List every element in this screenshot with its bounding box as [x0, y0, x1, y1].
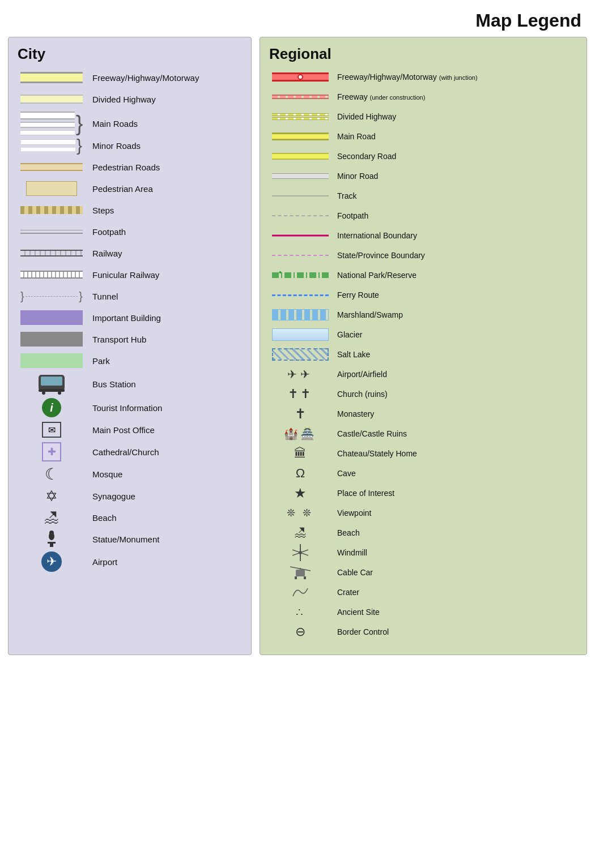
footpath-city-label: Footpath	[86, 227, 126, 237]
reg-monastery-label: Monastery	[332, 409, 577, 418]
list-item: } Minor Roads	[18, 136, 242, 155]
statue-label: Statue/Monument	[86, 535, 159, 544]
list-item: Transport Hub	[18, 330, 242, 348]
svg-rect-5	[50, 543, 53, 547]
main-roads-label: Main Roads	[86, 119, 138, 129]
reg-border-label: Border Control	[332, 627, 577, 636]
reg-crater-symbol	[269, 586, 332, 598]
list-item: } { Tunnel	[18, 287, 242, 305]
post-office-label: Main Post Office	[86, 425, 155, 435]
list-item: Ferry Route	[269, 287, 577, 303]
list-item: ✝ Monastery	[269, 405, 577, 422]
list-item: Ω Cave	[269, 465, 577, 482]
reg-castle-symbol: 🏰🏯	[269, 427, 332, 441]
reg-freeway-symbol	[269, 72, 332, 82]
list-item: i Tourist Information	[18, 398, 242, 417]
list-item: Statue/Monument	[18, 530, 242, 548]
synagogue-symbol: ✡	[18, 488, 86, 505]
funicular-label: Funicular Railway	[86, 270, 159, 280]
tourist-info-symbol: i	[18, 398, 86, 417]
reg-ferry-symbol	[269, 294, 332, 296]
reg-saltlake-label: Salt Lake	[332, 350, 577, 359]
reg-glacier-label: Glacier	[332, 330, 577, 339]
list-item: ✈✈ Airport/Airfield	[269, 366, 577, 383]
footpath-city-symbol	[18, 230, 86, 234]
minor-roads-label: Minor Roads	[86, 141, 141, 151]
svg-rect-1	[41, 377, 62, 386]
list-item: ✚ Cathedral/Church	[18, 442, 242, 461]
freeway-city-label: Freeway/Highway/Motorway	[86, 73, 199, 83]
page-title: Map Legend	[0, 0, 595, 37]
reg-border-symbol: ⊖	[269, 625, 332, 639]
beach-city-symbol: 🏖	[18, 509, 86, 527]
reg-windmill-symbol	[269, 544, 332, 561]
reg-minor-road-symbol	[269, 173, 332, 179]
list-item: Funicular Railway	[18, 266, 242, 284]
reg-chateau-symbol: 🏛	[269, 446, 332, 461]
reg-footpath-label: Footpath	[332, 211, 577, 220]
list-item: Marshland/Swamp	[269, 306, 577, 323]
city-panel: City Freeway/Highway/Motorway Divided Hi…	[8, 37, 252, 655]
reg-track-symbol	[269, 195, 332, 196]
list-item: ★ Place of Interest	[269, 485, 577, 502]
synagogue-label: Synagogue	[86, 491, 135, 501]
reg-main-road-label: Main Road	[332, 132, 577, 141]
reg-cablecar-symbol	[269, 564, 332, 581]
svg-point-8	[49, 531, 54, 535]
reg-freeway-const-symbol	[269, 95, 332, 99]
list-item: Pedestrian Roads	[18, 158, 242, 176]
reg-marshland-label: Marshland/Swamp	[332, 310, 577, 319]
divided-hw-city-label: Divided Highway	[86, 95, 156, 104]
reg-secondary-road-symbol	[269, 153, 332, 160]
list-item: Cable Car	[269, 564, 577, 581]
list-item: Freeway/Highway/Motorway (with junction)	[269, 69, 577, 85]
pedestrian-area-label: Pedestrian Area	[86, 184, 153, 194]
list-item: Footpath	[269, 207, 577, 224]
list-item: Salt Lake	[269, 346, 577, 363]
list-item: Railway	[18, 244, 242, 262]
cathedral-label: Cathedral/Church	[86, 447, 159, 457]
list-item: Bus Station	[18, 373, 242, 395]
reg-chateau-label: Chateau/Stately Home	[332, 449, 577, 458]
svg-point-3	[42, 391, 45, 395]
list-item: Divided Highway	[269, 108, 577, 125]
pedestrian-roads-label: Pedestrian Roads	[86, 163, 160, 172]
reg-place-interest-symbol: ★	[269, 485, 332, 501]
svg-rect-2	[39, 389, 65, 392]
reg-divided-hw-label: Divided Highway	[332, 112, 577, 121]
list-item: 🏖 Beach	[18, 508, 242, 527]
svg-point-14	[299, 551, 302, 554]
pedestrian-area-symbol	[18, 181, 86, 196]
reg-cave-label: Cave	[332, 469, 577, 478]
reg-glacier-symbol	[269, 328, 332, 341]
list-item: Footpath	[18, 223, 242, 241]
regional-title: Regional	[269, 45, 577, 63]
reg-church-symbol: ✝✝	[269, 387, 332, 401]
list-item: Minor Road	[269, 168, 577, 185]
list-item: Freeway/Highway/Motorway	[18, 69, 242, 87]
reg-ferry-label: Ferry Route	[332, 290, 577, 300]
funicular-symbol	[18, 271, 86, 279]
list-item: 🏖 Beach	[269, 524, 577, 541]
reg-crater-label: Crater	[332, 588, 577, 597]
list-item: Pedestrian Area	[18, 179, 242, 198]
reg-cave-symbol: Ω	[269, 466, 332, 481]
reg-place-interest-label: Place of Interest	[332, 489, 577, 498]
mosque-label: Mosque	[86, 469, 122, 479]
mosque-symbol: ☾	[18, 465, 86, 484]
park-symbol	[18, 353, 86, 368]
reg-natpark-label: National Park/Reserve	[332, 271, 577, 280]
list-item: Track	[269, 187, 577, 204]
reg-freeway-label: Freeway/Highway/Motorway (with junction)	[332, 72, 577, 82]
list-item: Steps	[18, 201, 242, 219]
list-item: 🏛 Chateau/Stately Home	[269, 445, 577, 462]
reg-state-boundary-label: State/Province Boundary	[332, 251, 577, 260]
tunnel-label: Tunnel	[86, 292, 118, 301]
list-item: } Main Roads	[18, 112, 242, 135]
list-item: Park	[18, 352, 242, 370]
svg-point-4	[58, 391, 61, 395]
reg-airport-symbol: ✈✈	[269, 367, 332, 381]
list-item: • National Park/Reserve	[269, 267, 577, 284]
freeway-city-symbol	[18, 72, 86, 83]
reg-beach-symbol: 🏖	[269, 525, 332, 540]
